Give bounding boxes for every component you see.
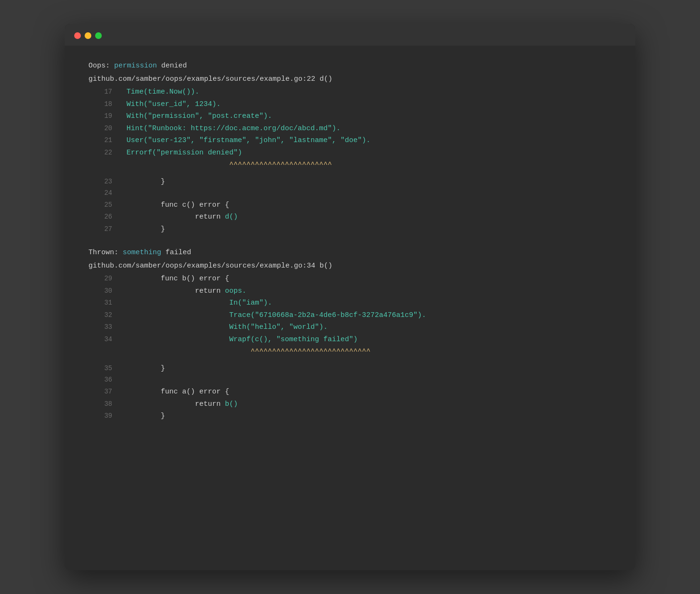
code-32-content: Trace("6710668a-2b2a-4de6-b8cf-3272a476a… [126, 311, 426, 319]
code-19-content: With("permission", "post.create"). [126, 112, 272, 120]
code-20-content: Hint("Runbook: https://doc.acme.org/doc/… [126, 125, 340, 133]
code-line-29: 29 func b() error { [88, 273, 612, 285]
close-dot[interactable] [74, 32, 81, 39]
code-33-content: With("hello", "world"). [126, 323, 328, 331]
code-line-35: 35 } [88, 363, 612, 375]
line-num-33: 33 [88, 322, 112, 333]
code-line-34: 34 Wrapf(c(), "something failed") [88, 334, 612, 346]
code-35-content: } [126, 364, 165, 373]
permission-keyword: permission [114, 62, 157, 70]
caret-1: ^^^^^^^^^^^^^^^^^^^^^^^^ [126, 159, 332, 171]
code-line-26: 26 return d() [88, 211, 612, 223]
section-1-title: Oops: permission denied [88, 60, 612, 72]
line-num-20: 20 [88, 123, 112, 134]
titlebar [65, 24, 635, 46]
line-num-37: 37 [88, 386, 112, 398]
line-num-34: 34 [88, 334, 112, 345]
line-num-21: 21 [88, 135, 112, 146]
minimize-dot[interactable] [85, 32, 91, 39]
code-26-func: d() [225, 213, 238, 221]
path-1: github.com/samber/oops/examples/sources/… [88, 75, 332, 83]
code-line-30: 30 return oops. [88, 285, 612, 297]
code-22-content: Errorf("permission denied") [126, 149, 242, 157]
code-29-content: func b() error { [126, 275, 229, 283]
line-num-36: 36 [88, 374, 112, 386]
code-line-22: 22 Errorf("permission denied") [88, 147, 612, 159]
thrown-label: Thrown: [88, 249, 123, 257]
section-1-path: github.com/samber/oops/examples/sources/… [88, 73, 612, 86]
code-30-return: return [126, 287, 225, 295]
line-num-30: 30 [88, 286, 112, 297]
code-38-func: b() [225, 400, 238, 408]
code-27-content: } [126, 225, 165, 233]
code-line-34-caret: ^^^^^^^^^^^^^^^^^^^^^^^^^^^^ [88, 345, 612, 358]
line-num-23: 23 [88, 176, 112, 188]
line-num-17: 17 [88, 86, 112, 98]
line-num-39: 39 [88, 411, 112, 422]
line-num-35: 35 [88, 363, 112, 374]
code-line-27: 27 } [88, 223, 612, 236]
code-39-content: } [126, 412, 165, 420]
line-num-22: 22 [88, 147, 112, 159]
line-num-32: 32 [88, 310, 112, 321]
code-line-31: 31 In("iam"). [88, 297, 612, 309]
code-30-oops: oops. [225, 287, 246, 295]
line-num-27: 27 [88, 224, 112, 235]
code-line-24: 24 [88, 188, 612, 199]
line-num-29: 29 [88, 273, 112, 285]
code-37-content: func a() error { [126, 388, 229, 396]
path-2: github.com/samber/oops/examples/sources/… [88, 262, 332, 270]
section-2-path: github.com/samber/oops/examples/sources/… [88, 260, 612, 272]
code-line-36: 36 [88, 374, 612, 386]
oops-label: Oops: [88, 62, 114, 70]
code-line-25: 25 func c() error { [88, 199, 612, 211]
code-line-18: 18 With("user_id", 1234). [88, 98, 612, 111]
code-23-content: } [126, 178, 165, 186]
code-21-content: User("user-123", "firstname", "john", "l… [126, 136, 370, 144]
code-line-23: 23 } [88, 176, 612, 188]
code-line-38: 38 return b() [88, 398, 612, 411]
code-line-22-caret: ^^^^^^^^^^^^^^^^^^^^^^^^ [88, 159, 612, 171]
code-26-return: return [126, 213, 225, 221]
code-line-17: 17 Time(time.Now()). [88, 86, 612, 98]
code-line-37: 37 func a() error { [88, 386, 612, 398]
denied-text: denied [157, 62, 187, 70]
code-38-return: return [126, 400, 225, 408]
code-line-33: 33 With("hello", "world"). [88, 321, 612, 334]
code-25-content: func c() error { [126, 201, 229, 209]
code-line-39: 39 } [88, 410, 612, 422]
maximize-dot[interactable] [95, 32, 102, 39]
code-line-21: 21 User("user-123", "firstname", "john",… [88, 134, 612, 147]
code-34-content: Wrapf(c(), "something failed") [126, 335, 358, 344]
something-keyword: something [123, 249, 161, 257]
terminal-window: Oops: permission denied github.com/sambe… [65, 24, 635, 570]
line-num-18: 18 [88, 99, 112, 110]
line-num-26: 26 [88, 211, 112, 223]
terminal-content: Oops: permission denied github.com/sambe… [65, 46, 635, 441]
code-line-19: 19 With("permission", "post.create"). [88, 110, 612, 123]
line-num-38: 38 [88, 399, 112, 410]
code-31-content: In("iam"). [126, 299, 272, 307]
failed-text: failed [161, 249, 191, 257]
caret-2: ^^^^^^^^^^^^^^^^^^^^^^^^^^^^ [126, 345, 370, 358]
code-line-20: 20 Hint("Runbook: https://doc.acme.org/d… [88, 123, 612, 135]
line-num-25: 25 [88, 200, 112, 211]
line-num-31: 31 [88, 297, 112, 309]
code-18-content: With("user_id", 1234). [126, 100, 221, 108]
code-17-content: Time(time.Now()). [126, 88, 199, 96]
code-line-32: 32 Trace("6710668a-2b2a-4de6-b8cf-3272a4… [88, 309, 612, 322]
section-1-header: Oops: permission denied github.com/sambe… [88, 60, 612, 85]
section-2-title: Thrown: something failed [88, 247, 612, 259]
line-num-19: 19 [88, 111, 112, 122]
line-num-24: 24 [88, 188, 112, 199]
section-2-header: Thrown: something failed github.com/samb… [88, 247, 612, 272]
